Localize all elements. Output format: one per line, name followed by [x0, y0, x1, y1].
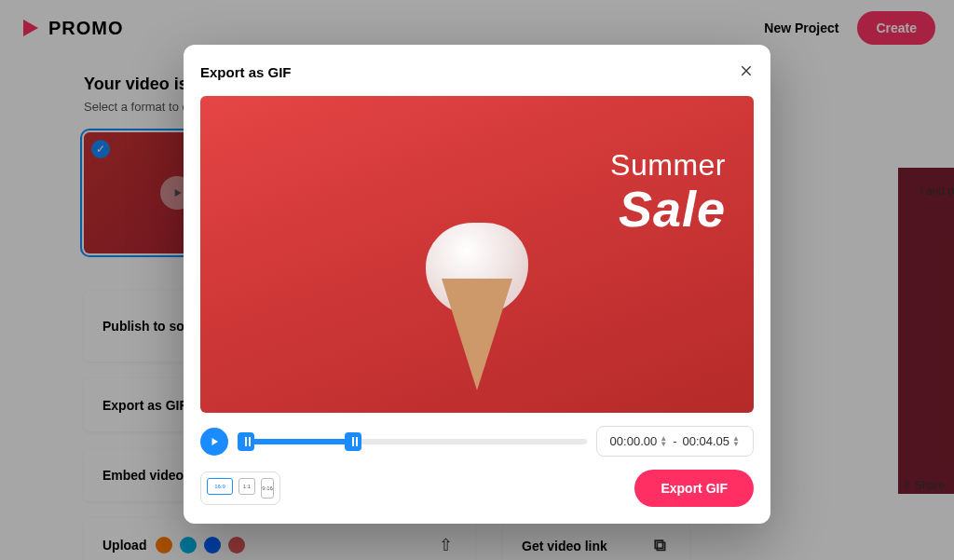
ratio-16-9[interactable]: 16:9: [207, 478, 233, 495]
time-start-value: 00:00.00: [610, 434, 658, 448]
trim-range[interactable]: [238, 428, 587, 456]
stepper-icon[interactable]: ▲▼: [732, 436, 740, 447]
close-button[interactable]: [739, 61, 754, 83]
time-separator: -: [673, 434, 676, 448]
trim-handle-start[interactable]: [238, 432, 254, 451]
preview-heading: Summer: [610, 148, 726, 183]
stepper-icon[interactable]: ▲▼: [660, 436, 667, 447]
trim-controls: 00:00.00 ▲▼ - 00:04.05 ▲▼: [200, 426, 754, 457]
preview-subheading: Sale: [619, 180, 726, 238]
ice-cream-graphic: [426, 223, 528, 390]
ratio-1-1[interactable]: 1:1: [238, 478, 255, 495]
export-gif-modal: Export as GIF Summer Sale 00:00.00 ▲▼ -: [184, 45, 770, 524]
close-icon: [739, 63, 754, 78]
play-button[interactable]: [200, 428, 228, 456]
time-range-box: 00:00.00 ▲▼ - 00:04.05 ▲▼: [596, 426, 754, 457]
modal-title: Export as GIF: [200, 64, 292, 80]
export-gif-button[interactable]: Export GIF: [634, 470, 754, 507]
time-start[interactable]: 00:00.00 ▲▼: [610, 434, 668, 448]
time-end-value: 00:04.05: [682, 434, 729, 448]
trim-handle-end[interactable]: [345, 432, 361, 451]
ratio-9-16[interactable]: 9:16: [261, 478, 274, 499]
aspect-ratio-picker: 16:9 1:1 9:16: [200, 471, 280, 505]
time-end[interactable]: 00:04.05 ▲▼: [682, 434, 740, 448]
play-icon: [209, 436, 220, 447]
gif-preview: Summer Sale: [200, 96, 754, 413]
